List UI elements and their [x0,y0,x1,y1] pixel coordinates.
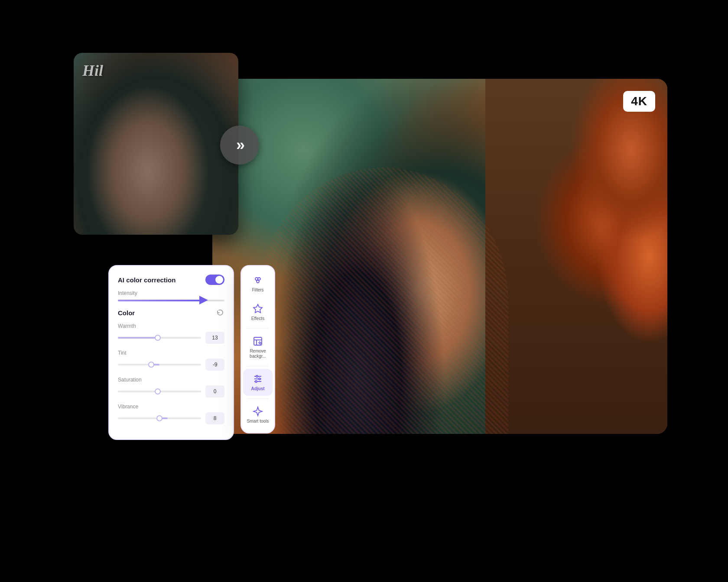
before-photo: Hil [74,53,238,235]
effects-label: Effects [251,316,264,321]
foliage [485,79,667,434]
vibrance-value: 8 [205,412,224,424]
tint-row: Tint -9 [118,350,224,371]
tint-thumb [148,362,154,368]
saturation-row: Saturation 0 [118,377,224,398]
tint-label: Tint [118,350,224,356]
warmth-slider-row: 13 [118,332,224,344]
before-image-card: Hil [74,53,238,235]
reset-icon[interactable] [216,308,224,317]
vibrance-row: Vibrance 8 [118,404,224,424]
saturation-value: 0 [205,385,224,398]
4k-badge: 4K [623,91,655,112]
svg-point-3 [257,280,259,283]
adjust-label: Adjust [251,386,264,391]
ai-color-panel: AI color correction Intensity Color [108,265,234,440]
toolbar-panel: Filters Effects Remove backgr.. [240,265,275,433]
intensity-slider[interactable] [118,300,224,301]
panel-header: AI color correction [118,275,224,285]
svg-marker-4 [254,304,262,313]
warmth-row: Warmth 13 [118,323,224,344]
smart-tools-label: Smart tools [247,419,269,424]
divider-1 [247,328,269,329]
toolbar-item-remove-bg[interactable]: Remove backgr... [243,331,273,363]
main-photo [212,79,667,434]
intensity-thumb [198,294,210,306]
dress [258,168,508,434]
adjust-icon [252,373,263,385]
tint-value: -9 [205,359,224,371]
divider-3 [247,398,269,399]
scene: 4K Hil » AI color correction Intensity C… [61,53,667,529]
toolbar-item-filters[interactable]: Filters [243,270,273,297]
vibrance-slider-row: 8 [118,412,224,424]
warmth-thumb [155,335,161,341]
warmth-label: Warmth [118,323,224,329]
hotel-text: Hil [82,61,103,80]
saturation-label: Saturation [118,377,224,383]
arrow-icon: » [236,136,243,154]
warmth-value: 13 [205,332,224,344]
intensity-fill [118,300,205,301]
toggle-switch[interactable] [205,275,224,285]
remove-bg-label: Remove backgr... [247,349,269,359]
saturation-slider-row: 0 [118,385,224,398]
color-section-header: Color [118,308,224,317]
filters-label: Filters [252,288,263,293]
svg-point-2 [258,278,260,280]
saturation-slider[interactable] [118,391,201,392]
tint-slider-row: -9 [118,359,224,371]
toolbar-item-adjust[interactable]: Adjust [243,369,273,396]
svg-point-1 [255,278,258,280]
filters-icon [252,275,263,286]
vibrance-label: Vibrance [118,404,224,410]
effects-icon [252,303,263,314]
main-image-card: 4K [212,79,667,434]
toolbar-item-smart-tools[interactable]: Smart tools [243,401,273,428]
warmth-slider[interactable] [118,337,201,339]
transition-arrow: » [220,126,259,165]
svg-point-13 [255,381,257,382]
tint-slider[interactable] [118,364,201,365]
svg-point-11 [256,375,258,377]
smart-tools-icon [252,406,263,417]
divider-2 [247,366,269,366]
warmth-fill [118,337,158,339]
vibrance-slider[interactable] [118,417,201,419]
svg-point-12 [259,378,260,380]
color-section-title: Color [118,309,135,317]
svg-marker-0 [199,296,208,304]
vibrance-thumb [156,415,162,421]
panel-title: AI color correction [118,276,176,284]
toolbar-item-effects[interactable]: Effects [243,299,273,326]
saturation-thumb [155,388,161,394]
remove-bg-icon [252,336,263,347]
